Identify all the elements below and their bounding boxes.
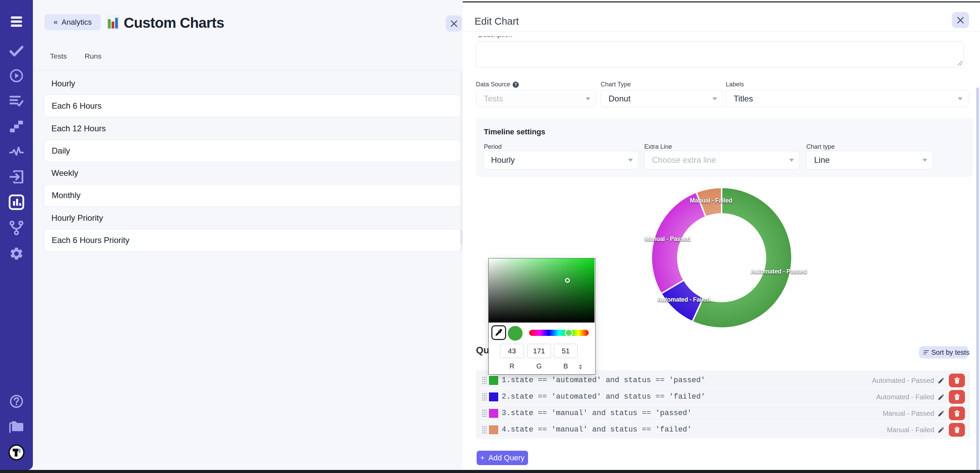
svg-text:?: ? [514, 82, 517, 87]
